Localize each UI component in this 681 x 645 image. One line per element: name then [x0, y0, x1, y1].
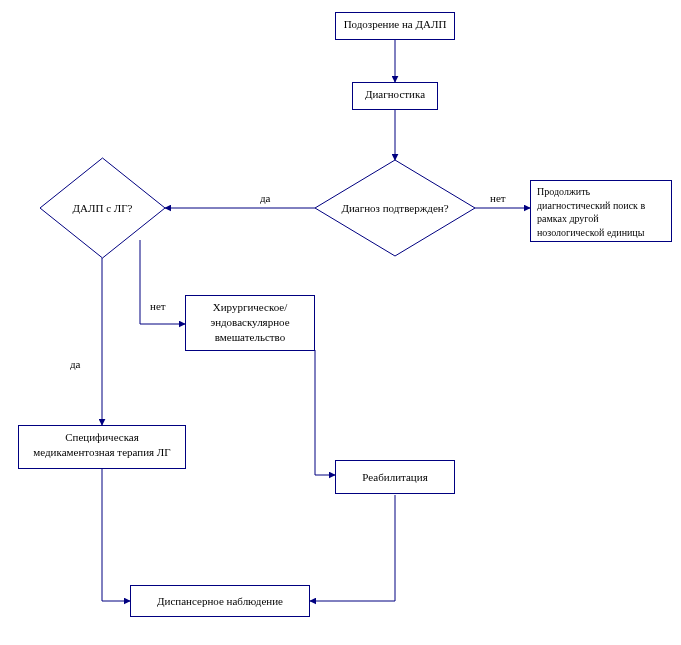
svg-marker-5 — [315, 160, 475, 256]
node-followup: Диспансерное наблюдение — [130, 585, 310, 617]
edge-label-confirm-no: нет — [490, 192, 506, 204]
node-start-label: Подозрение на ДАЛП — [344, 18, 447, 30]
node-rehab: Реабилитация — [335, 460, 455, 494]
node-diagnosis-confirmed: Диагноз подтвержден? — [315, 160, 475, 256]
node-surgery: Хирургическое/ эндоваскулярное вмешатель… — [185, 295, 315, 351]
connectors — [0, 0, 681, 645]
svg-marker-6 — [40, 158, 165, 258]
edge-label-dalp-yes: да — [70, 358, 80, 370]
node-start: Подозрение на ДАЛП — [335, 12, 455, 40]
flowchart-canvas: Подозрение на ДАЛП Диагностика Продолжит… — [0, 0, 681, 645]
node-therapy-label: Специфическая медикаментозная терапия ЛГ — [33, 431, 170, 458]
edge-label-confirm-yes: да — [260, 192, 270, 204]
node-followup-label: Диспансерное наблюдение — [157, 594, 283, 609]
node-dalp-lg: ДАЛП с ЛГ? — [40, 158, 165, 258]
node-rehab-label: Реабилитация — [362, 470, 427, 485]
node-diagnostics-label: Диагностика — [365, 88, 425, 100]
edge-label-dalp-no: нет — [150, 300, 166, 312]
node-other-search-label: Продолжить диагностический поиск в рамка… — [537, 186, 645, 238]
node-diagnostics: Диагностика — [352, 82, 438, 110]
node-surgery-label: Хирургическое/ эндоваскулярное вмешатель… — [210, 301, 289, 343]
node-therapy: Специфическая медикаментозная терапия ЛГ — [18, 425, 186, 469]
node-other-search: Продолжить диагностический поиск в рамка… — [530, 180, 672, 242]
